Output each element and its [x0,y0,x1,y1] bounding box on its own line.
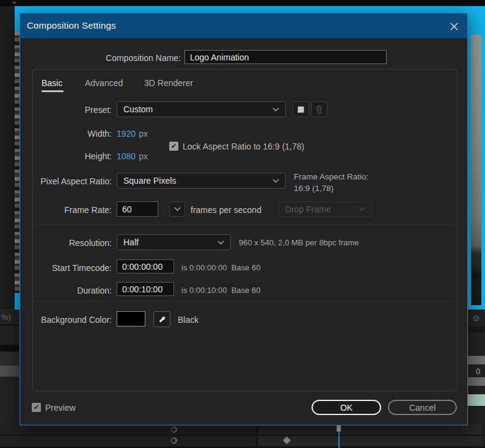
preview-label: Preview [45,403,76,413]
frame-rate-value: 60 [122,204,132,214]
pick-whip-spiral-icon [169,436,178,445]
composition-name-value: Logo Animation [190,52,249,62]
timeline-row [0,326,19,345]
timeline-right-fragment: 0 [468,309,485,424]
composition-name-input[interactable]: Logo Animation [184,50,387,64]
chevron-down-icon [272,107,279,112]
timeline-bottom-fragment [0,424,485,448]
duration-input[interactable]: 0:00:10:00 [117,282,174,296]
timecode-style-dropdown: Drop Frame [279,201,372,217]
divider [468,327,485,333]
work-area-bar [468,394,485,406]
tab-basic[interactable]: Basic [42,78,62,88]
save-preset-button[interactable] [293,101,309,117]
start-timecode-base: Base 60 [232,263,261,272]
frame-aspect-ratio-value: 16:9 (1,78) [294,184,334,193]
save-preset-icon [296,105,305,114]
viewer-sky-left [15,13,20,32]
eyedropper-button[interactable] [153,311,170,327]
playhead-handle [337,425,341,432]
pick-whip-spiral-icon [169,425,178,434]
composition-settings-dialog: Composition Settings Composition Name: L… [20,13,468,425]
marker-dot [13,2,15,4]
tab-advanced[interactable]: Advanced [85,78,123,88]
timeline-row [0,366,19,377]
dialog-title: Composition Settings [27,20,116,31]
eyedropper-icon [158,315,167,324]
timeline-row [0,345,19,352]
frame-rate-input[interactable]: 60 [117,201,158,217]
frame-rate-preset-button[interactable] [169,201,185,217]
frames-per-second-label: frames per second [191,205,261,215]
ruler-fragment [468,356,485,364]
width-unit: px [139,129,148,139]
viewer-frame-left-strip [15,32,20,293]
column-header-fragment: %) [1,313,11,322]
duration-label: Duration: [20,286,112,295]
pixel-aspect-ratio-label: Pixel Aspect Ratio: [20,176,112,186]
height-value[interactable]: 1080px [117,151,148,161]
preset-dropdown[interactable]: Custom [117,101,286,117]
viewer-sky-right-bottom [468,305,485,309]
tab-3d-renderer[interactable]: 3D Renderer [144,78,193,88]
ok-button[interactable]: OK [312,400,381,415]
timeline-row [0,352,19,366]
chevron-down-icon [174,207,181,211]
resolution-info: 960 x 540, 2,0 MB per 8bpc frame [239,238,359,247]
ruler-number-fragment: 0 [476,367,480,376]
background-color-swatch[interactable] [117,311,145,327]
width-label: Width: [20,129,112,139]
tab-basic-underline [42,90,64,92]
dialog-titlebar: Composition Settings [20,13,467,38]
check-icon: ✔ [34,403,39,411]
app-top-bar [0,0,485,6]
background-color-label: Background Color: [20,315,112,325]
shutter-icon [472,314,481,323]
start-timecode-input[interactable]: 0:00:00:00 [117,259,174,273]
trash-icon [315,105,323,114]
separator [35,224,455,225]
resolution-value: Half [123,237,139,247]
duration-value: 0:00:10:00 [122,284,162,294]
frame-rate-label: Frame Rate: [20,205,112,215]
composition-name-label: Composition Name: [20,53,181,63]
duration-is: is 0:00:10:00 [181,286,227,295]
cancel-button[interactable]: Cancel [388,400,457,415]
screen: %) 0 Composition Settings [0,0,485,448]
width-value[interactable]: 1920px [117,129,148,139]
frame-aspect-ratio-label: Frame Aspect Ratio: [294,172,368,181]
start-timecode-info: is 0:00:00:00 Base 60 [181,263,260,272]
duration-info: is 0:00:10:00 Base 60 [181,286,260,295]
timeline-track-area [257,424,481,448]
close-icon [450,23,458,31]
height-number: 1080 [117,151,136,161]
settings-panel [32,69,458,391]
viewer-sky-right-top [468,13,485,35]
chevron-down-icon [272,179,279,183]
lock-aspect-checkbox[interactable]: ✔ [169,142,178,151]
start-timecode-value: 0:00:00:00 [122,262,162,272]
height-unit: px [139,151,148,161]
lock-aspect-label: Lock Aspect Ratio to 16:9 (1,78) [183,142,304,151]
close-button[interactable] [445,18,462,34]
preset-label: Preset: [20,105,112,115]
start-timecode-label: Start Timecode: [20,263,112,273]
pixel-aspect-ratio-dropdown[interactable]: Square Pixels [117,173,286,189]
background-color-name: Black [178,315,199,325]
chevron-down-icon [359,207,365,211]
ruler-fragment [468,377,485,386]
preset-value: Custom [123,104,153,114]
preview-checkbox[interactable]: ✔ [32,403,41,412]
pixel-aspect-ratio-value: Square Pixels [123,176,176,186]
timecode-style-value: Drop Frame [285,204,331,214]
height-label: Height: [20,151,112,161]
resolution-dropdown[interactable]: Half [117,234,231,250]
check-icon: ✔ [171,142,177,150]
viewer-sky-right-outer [481,35,485,305]
row-divider [0,435,485,436]
width-number: 1920 [117,129,136,139]
timeline-left-fragment: %) [0,309,19,424]
chevron-down-icon [217,240,224,245]
delete-preset-button[interactable] [311,101,327,117]
viewer-sky-left-lower [15,293,20,309]
